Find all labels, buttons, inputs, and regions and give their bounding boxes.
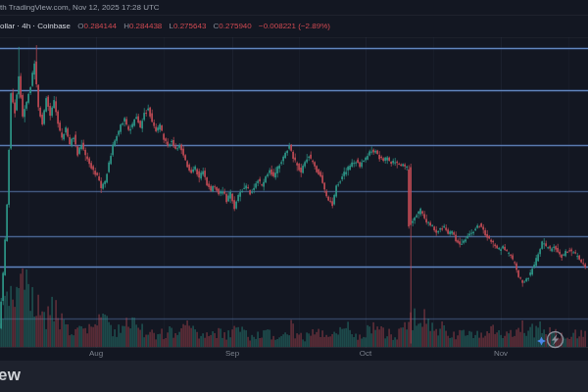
symbol-title: ollar · 4h · Coinbase bbox=[0, 22, 71, 30]
attribution-text: th TradingView.com, Nov 12, 2025 17:28 U… bbox=[0, 3, 160, 12]
symbol-legend[interactable]: ollar · 4h · Coinbase O0.284144 H0.28443… bbox=[0, 20, 330, 32]
logo-bar: ew bbox=[0, 361, 588, 392]
time-axis-label: Nov bbox=[494, 347, 508, 361]
time-axis[interactable]: AugSepOctNov bbox=[0, 347, 588, 361]
ohlc-open-value: 0.284144 bbox=[84, 22, 117, 30]
bolt-glyph bbox=[552, 334, 559, 346]
price-chart-canvas[interactable] bbox=[0, 0, 588, 392]
ohlc-change-value: −0.008221 (−2.89%) bbox=[259, 22, 330, 30]
lightning-icon[interactable] bbox=[536, 327, 569, 353]
ohlc-close-value: 0.275940 bbox=[219, 22, 251, 30]
time-axis-label: Oct bbox=[360, 347, 371, 361]
time-axis-label: Aug bbox=[89, 347, 103, 361]
cursor-sparkle-icon bbox=[537, 337, 546, 346]
ohlc-low-value: 0.275643 bbox=[173, 22, 206, 30]
time-axis-label: Sep bbox=[225, 347, 239, 361]
attribution-bar: th TradingView.com, Nov 12, 2025 17:28 U… bbox=[0, 0, 588, 16]
tradingview-snapshot: th TradingView.com, Nov 12, 2025 17:28 U… bbox=[0, 0, 588, 392]
ohlc-high-value: 0.284438 bbox=[129, 22, 162, 30]
tradingview-logo[interactable]: ew bbox=[0, 366, 21, 385]
